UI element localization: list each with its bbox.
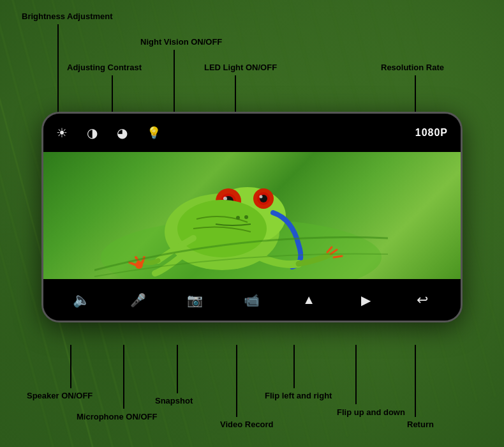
speaker-bottom-label: Speaker ON/OFF — [27, 391, 93, 400]
svg-point-11 — [260, 195, 263, 199]
microphone-bottom-label: Microphone ON/OFF — [77, 412, 157, 421]
phone: ☀ ◑ ◕ 💡 1080P — [41, 112, 463, 322]
brightness-label: Brightness Adjustment — [22, 11, 113, 21]
snapshot-bottom-line — [177, 345, 178, 393]
led-label: LED Light ON/OFF — [204, 63, 277, 72]
flip-lr-icon[interactable]: ▲ — [296, 287, 322, 313]
flip-ud-bottom-label: Flip up and down — [337, 407, 405, 417]
night-vision-label: Night Vision ON/OFF — [140, 37, 222, 47]
microphone-icon[interactable]: 🎤 — [126, 287, 151, 313]
return-icon[interactable]: ↩ — [410, 287, 435, 313]
flip-lr-bottom-label: Flip left and right — [265, 391, 332, 400]
speaker-icon[interactable]: 🔈 — [69, 287, 94, 313]
play-icon[interactable]: ▶ — [353, 287, 378, 313]
flip-ud-bottom-line — [355, 345, 357, 404]
brightness-line — [57, 24, 59, 117]
return-bottom-label: Return — [407, 420, 434, 429]
resolution-line — [415, 75, 416, 115]
resolution-label: Resolution Rate — [381, 63, 444, 72]
svg-point-12 — [177, 200, 267, 257]
video-record-icon[interactable]: 📹 — [239, 287, 265, 313]
led-icon[interactable]: 💡 — [147, 126, 161, 140]
bottom-bar: 🔈 🎤 📷 📹 ▲ ▶ ↩ — [43, 279, 461, 321]
flip-lr-bottom-line — [293, 345, 295, 388]
frog-svg — [94, 155, 388, 279]
contrast-icon[interactable]: ◑ — [87, 125, 98, 140]
microphone-bottom-line — [123, 345, 124, 409]
phone-wrapper: ☀ ◑ ◕ 💡 1080P — [41, 112, 463, 322]
svg-point-14 — [236, 216, 240, 220]
top-bar: ☀ ◑ ◕ 💡 1080P — [43, 114, 461, 152]
video-record-bottom-label: Video Record — [220, 420, 274, 429]
brightness-icon[interactable]: ☀ — [56, 125, 68, 140]
return-bottom-line — [415, 345, 416, 417]
video-record-bottom-line — [236, 345, 237, 417]
speaker-bottom-line — [70, 345, 71, 388]
contrast-label: Adjusting Contrast — [67, 63, 142, 72]
snapshot-icon[interactable]: 📷 — [182, 287, 208, 313]
resolution-value: 1080P — [415, 127, 448, 139]
contrast-line — [112, 75, 113, 115]
snapshot-bottom-label: Snapshot — [155, 396, 193, 405]
led-line — [235, 75, 236, 115]
screen-content — [43, 152, 461, 279]
svg-point-15 — [244, 215, 248, 219]
night-vision-icon[interactable]: ◕ — [117, 125, 128, 140]
